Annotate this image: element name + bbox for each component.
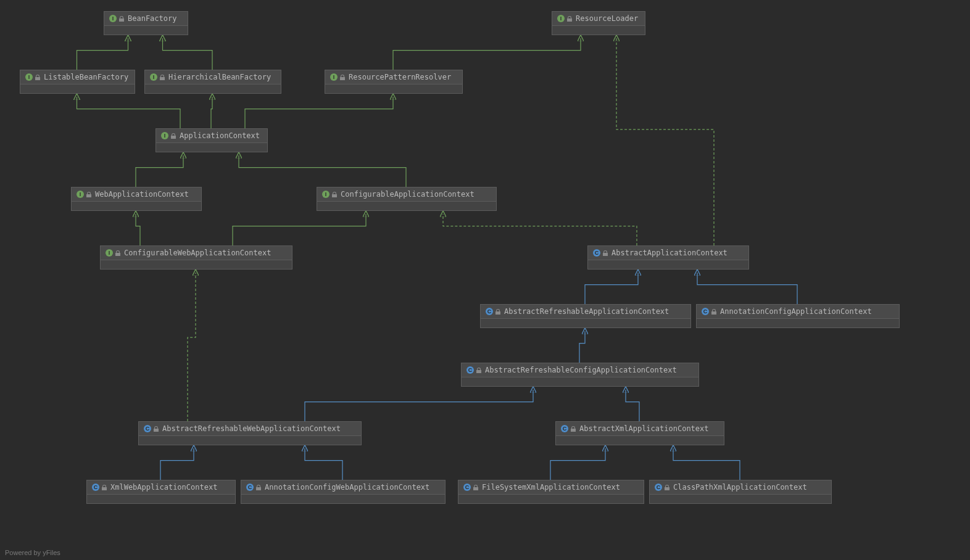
node-title: CClassPathXmlApplicationContext — [650, 480, 831, 495]
interface-icon: I — [161, 132, 168, 139]
uml-node-beanFactory[interactable]: IBeanFactory — [104, 11, 188, 35]
node-title: IApplicationContext — [156, 129, 267, 143]
node-body — [650, 495, 831, 503]
node-label: ConfigurableApplicationContext — [341, 190, 475, 199]
node-title: IWebApplicationContext — [72, 187, 201, 202]
node-body — [20, 84, 135, 93]
uml-node-xmlWebAppCtx[interactable]: CXmlWebApplicationContext — [86, 480, 236, 504]
edge-absXmlAppCtx-to-absRefCfgAppCtx — [626, 390, 639, 421]
node-body — [588, 260, 748, 269]
uml-node-appCtx[interactable]: IApplicationContext — [155, 128, 268, 152]
uml-node-absXmlAppCtx[interactable]: CAbstractXmlApplicationContext — [555, 421, 724, 445]
edge-cpXmlAppCtx-to-absXmlAppCtx — [673, 448, 740, 480]
edge-absAppCtx-to-resourceLoader — [616, 38, 714, 245]
edge-absRefAppCtx-to-absAppCtx — [585, 273, 638, 304]
node-body — [241, 495, 445, 503]
node-body — [697, 319, 899, 327]
interface-icon: I — [150, 73, 157, 81]
class-icon: C — [702, 308, 709, 315]
node-title: CFileSystemXmlApplicationContext — [458, 480, 644, 495]
uml-node-cfgWebAppCtx[interactable]: IConfigurableWebApplicationContext — [100, 245, 292, 270]
node-body — [317, 202, 496, 210]
lock-icon — [102, 485, 107, 490]
uml-node-absRefWebAppCtx[interactable]: CAbstractRefreshableWebApplicationContex… — [138, 421, 362, 445]
lock-icon — [35, 75, 40, 80]
node-label: AnnotationConfigWebApplicationContext — [265, 483, 429, 492]
node-label: ClassPathXmlApplicationContext — [673, 483, 807, 492]
node-body — [325, 84, 462, 93]
uml-node-listableBF[interactable]: IListableBeanFactory — [20, 70, 135, 94]
uml-node-hierBF[interactable]: IHierarchicalBeanFactory — [144, 70, 281, 94]
node-label: ApplicationContext — [180, 131, 260, 140]
node-title: CAbstractApplicationContext — [588, 246, 748, 260]
class-icon: C — [466, 366, 474, 374]
node-title: IConfigurableWebApplicationContext — [101, 246, 292, 260]
interface-icon: I — [106, 249, 113, 257]
node-title: CAbstractRefreshableApplicationContext — [481, 305, 690, 319]
node-label: ResourceLoader — [576, 14, 638, 23]
edge-resPatRes-to-resourceLoader — [393, 38, 581, 70]
node-title: CAbstractRefreshableConfigApplicationCon… — [462, 363, 698, 377]
class-icon: C — [561, 425, 568, 432]
node-body — [145, 84, 281, 93]
node-label: AbstractRefreshableApplicationContext — [504, 307, 669, 316]
uml-node-fsXmlAppCtx[interactable]: CFileSystemXmlApplicationContext — [458, 480, 644, 504]
node-label: ListableBeanFactory — [44, 73, 128, 81]
node-title: IHierarchicalBeanFactory — [145, 70, 281, 84]
edge-absRefWebAppCtx-to-absRefCfgAppCtx — [305, 390, 533, 421]
lock-icon — [171, 133, 176, 139]
node-title: IBeanFactory — [104, 12, 188, 26]
uml-node-cfgAppCtx[interactable]: IConfigurableApplicationContext — [317, 187, 497, 211]
node-body — [101, 260, 292, 269]
node-label: WebApplicationContext — [95, 190, 189, 199]
lock-icon — [256, 485, 261, 490]
node-title: IResourceLoader — [552, 12, 645, 26]
node-body — [87, 495, 235, 503]
node-label: AbstractRefreshableConfigApplicationCont… — [485, 366, 677, 374]
node-title: IConfigurableApplicationContext — [317, 187, 496, 202]
edge-hierBF-to-beanFactory — [163, 38, 213, 70]
node-body — [156, 143, 267, 152]
edge-absRefWebAppCtx-to-cfgWebAppCtx — [188, 273, 196, 421]
edge-cfgWebAppCtx-to-webAppCtx — [136, 214, 140, 245]
node-body — [104, 26, 188, 35]
lock-icon — [160, 75, 165, 80]
edge-appCtx-to-listableBF — [77, 97, 181, 128]
uml-node-annCfgWebAppCtx[interactable]: CAnnotationConfigWebApplicationContext — [241, 480, 446, 504]
node-title: CAnnotationConfigApplicationContext — [697, 305, 899, 319]
edge-fsXmlAppCtx-to-absXmlAppCtx — [550, 448, 605, 480]
node-title: CAnnotationConfigWebApplicationContext — [241, 480, 445, 495]
node-body — [552, 26, 645, 35]
class-icon: C — [92, 484, 99, 491]
node-body — [458, 495, 644, 503]
uml-node-absRefAppCtx[interactable]: CAbstractRefreshableApplicationContext — [480, 304, 691, 328]
lock-icon — [86, 192, 91, 197]
lock-icon — [495, 309, 500, 315]
node-label: ResourcePatternResolver — [349, 73, 451, 81]
node-label: AbstractXmlApplicationContext — [579, 424, 709, 433]
lock-icon — [476, 368, 481, 373]
uml-node-annCfgAppCtx[interactable]: CAnnotationConfigApplicationContext — [696, 304, 900, 328]
edge-annCfgAppCtx-to-absAppCtx — [697, 273, 797, 304]
uml-node-absRefCfgAppCtx[interactable]: CAbstractRefreshableConfigApplicationCon… — [461, 363, 699, 387]
lock-icon — [571, 426, 576, 432]
uml-node-resourceLoader[interactable]: IResourceLoader — [552, 11, 645, 35]
lock-icon — [665, 485, 669, 490]
class-icon: C — [144, 425, 151, 432]
uml-node-cpXmlAppCtx[interactable]: CClassPathXmlApplicationContext — [649, 480, 832, 504]
uml-node-webAppCtx[interactable]: IWebApplicationContext — [71, 187, 202, 211]
edge-annCfgWebAppCtx-to-absRefWebAppCtx — [305, 448, 342, 480]
lock-icon — [340, 75, 345, 80]
interface-icon: I — [330, 73, 338, 81]
node-label: ConfigurableWebApplicationContext — [124, 249, 271, 257]
edge-cfgWebAppCtx-to-cfgAppCtx — [233, 214, 366, 245]
edge-appCtx-to-resPatRes — [245, 97, 393, 128]
interface-icon: I — [322, 191, 330, 198]
uml-node-resPatRes[interactable]: IResourcePatternResolver — [325, 70, 463, 94]
lock-icon — [603, 250, 608, 256]
interface-icon: I — [77, 191, 84, 198]
lock-icon — [473, 485, 478, 490]
uml-node-absAppCtx[interactable]: CAbstractApplicationContext — [587, 245, 749, 270]
edge-absRefCfgAppCtx-to-absRefAppCtx — [579, 331, 585, 363]
node-title: IResourcePatternResolver — [325, 70, 462, 84]
